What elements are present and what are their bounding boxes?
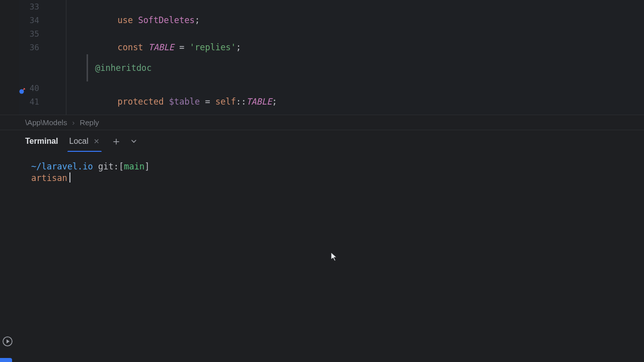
terminal-output[interactable]: ~/laravel.io git:[main] artisan (0, 152, 644, 362)
terminal-command: artisan (31, 173, 67, 183)
bottom-accent-indicator (0, 358, 12, 362)
semicolon: ; (195, 15, 200, 25)
const-table-ref: TABLE (246, 97, 272, 107)
line-number: 40 (19, 81, 39, 95)
terminal-panel-title[interactable]: Terminal (25, 137, 58, 146)
terminal-tab-local[interactable]: Local ✕ (69, 130, 100, 152)
code-editor[interactable]: 33 34 35 36 40 41 use SoftDeletes; const… (0, 0, 644, 115)
keyword-protected: protected (117, 97, 164, 107)
line-number: 41 (19, 95, 39, 109)
keyword-const: const (117, 42, 143, 52)
terminal-options-dropdown[interactable] (131, 138, 137, 144)
docblock-inheritdoc: @inheritdoc (87, 54, 644, 81)
terminal-prompt-line: ~/laravel.io git:[main] (31, 161, 644, 172)
code-area[interactable]: use SoftDeletes; const TABLE = 'replies'… (48, 0, 644, 115)
line-number: 35 (19, 27, 39, 41)
editor-left-gutter-strip (0, 0, 19, 115)
breadcrumb-namespace[interactable]: \App\Models (25, 118, 67, 127)
line-number: 33 (19, 0, 39, 14)
const-table-decl: TABLE (148, 42, 174, 52)
terminal-tab-label: Local (69, 137, 89, 146)
keyword-use: use (117, 15, 133, 25)
trait-softdeletes: SoftDeletes (138, 15, 195, 25)
prompt-path: ~/laravel.io (31, 161, 93, 171)
chevron-right-icon: › (72, 118, 74, 127)
override-gutter-icon[interactable] (19, 84, 26, 92)
line-number: 36 (19, 41, 39, 54)
services-tool-button[interactable] (2, 336, 13, 347)
new-terminal-button[interactable]: ＋ (111, 136, 122, 147)
line-number: 34 (19, 14, 39, 27)
terminal-input-line[interactable]: artisan (31, 172, 644, 184)
prompt-branch: main (124, 161, 144, 171)
keyword-self: self (215, 97, 236, 107)
terminal-panel-header: Terminal Local ✕ ＋ (0, 130, 644, 152)
string-replies: 'replies' (190, 42, 236, 52)
close-icon[interactable]: ✕ (94, 137, 100, 145)
terminal-cursor (69, 172, 70, 183)
prompt-git: git: (98, 161, 119, 171)
indent-guide (66, 0, 66, 115)
line-number-gutter: 33 34 35 36 40 41 (19, 0, 48, 115)
property-table: $table (169, 97, 200, 107)
